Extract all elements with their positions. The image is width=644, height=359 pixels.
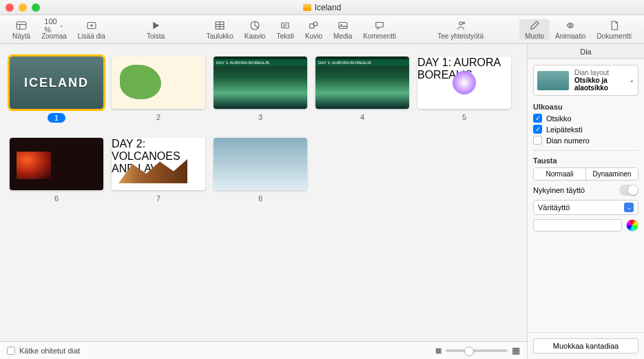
slide-cell[interactable]: DAY 1: AURORA BOREALIS3 [214, 57, 307, 123]
slide-thumbnail[interactable] [112, 57, 205, 109]
slide-cell[interactable]: 8 [214, 138, 307, 203]
color-wheel-icon[interactable] [626, 219, 638, 232]
background-heading: Tausta [533, 156, 638, 165]
body-checkbox-label: Leipäteksti [546, 125, 583, 134]
collaborate-button[interactable]: Tee yhteistyötä [432, 19, 489, 40]
grid-large-icon[interactable]: ▦ [512, 345, 520, 356]
seg-normal[interactable]: Normaali [534, 168, 585, 180]
document-icon [303, 4, 311, 11]
slide-cell[interactable]: 6 [10, 138, 103, 203]
window-title-text: Iceland [315, 3, 342, 12]
edit-master-button[interactable]: Muokkaa kantadiaa [533, 338, 638, 353]
slide-thumbnail[interactable]: DAY 1: AURORA BOREALIS [214, 57, 307, 109]
svg-rect-0 [17, 21, 26, 29]
traffic-lights [6, 3, 40, 12]
light-table[interactable]: ICELAND12DAY 1: AURORA BOREALIS3DAY 1: A… [0, 44, 527, 341]
bottom-bar: Kätke ohitetut diat ▦ ▦ [0, 341, 527, 359]
svg-rect-12 [282, 23, 289, 28]
slide-number: 4 [360, 113, 364, 121]
toolbar: Näytä 100 %⌄ Zoomaa Lisää dia Toista Tau… [0, 15, 644, 44]
add-slide-button[interactable]: Lisää dia [72, 19, 111, 40]
slide-thumbnail[interactable]: DAY 1: AURORA BOREALIS [315, 57, 409, 109]
slidenum-checkbox-label: Dian numero [546, 136, 590, 145]
slide-number: 7 [156, 194, 160, 203]
window-title: Iceland [303, 3, 342, 12]
slide-number: 5 [462, 113, 466, 121]
maximize-icon[interactable] [32, 3, 40, 12]
slide-title-text: ICELAND [24, 76, 89, 90]
thumbnail-zoom-slider[interactable] [446, 349, 508, 352]
window-titlebar: Iceland [0, 0, 644, 15]
view-button[interactable]: Näytä [7, 19, 36, 40]
slide-thumbnail[interactable] [214, 138, 307, 190]
slide-cell[interactable]: ICELAND1 [10, 57, 103, 123]
svg-point-20 [463, 22, 464, 23]
fill-type-select[interactable]: Väritäyttö ⌄ [533, 200, 638, 215]
background-mode-segment[interactable]: Normaali Dynaaminen [533, 167, 638, 181]
slide-number: 2 [156, 113, 160, 121]
chart-button[interactable]: Kaavio [239, 19, 271, 40]
slide-cell[interactable]: DAY 2: VOLCANOES AND LAVA7 [112, 138, 205, 203]
slidenum-checkbox[interactable] [533, 136, 542, 145]
slide-thumbnail[interactable]: DAY 1: AURORA BOREALIS [417, 57, 511, 109]
minimize-icon[interactable] [19, 3, 27, 12]
appearance-heading: Ulkoasu [533, 103, 638, 111]
main-area: ICELAND12DAY 1: AURORA BOREALIS3DAY 1: A… [0, 44, 644, 359]
play-button[interactable]: Toista [141, 19, 170, 40]
slide-header-text: DAY 1: AURORA BOREALIS [315, 59, 409, 66]
chevron-down-icon: ⌄ [630, 77, 634, 83]
svg-rect-17 [339, 22, 347, 28]
slide-layout-selector[interactable]: Dian layout Otsikko ja alaotsikko ⌄ [533, 65, 638, 96]
comment-button[interactable]: Kommentti [357, 19, 402, 40]
media-button[interactable]: Media [328, 19, 357, 40]
slide-header-text: DAY 1: AURORA BOREALIS [417, 57, 511, 81]
slide-cell[interactable]: DAY 1: AURORA BOREALIS5 [417, 57, 511, 123]
slide-number: 6 [54, 194, 59, 203]
layout-thumb-icon [537, 71, 569, 90]
text-button[interactable]: Teksti [271, 19, 300, 40]
slide-header-text: DAY 2: VOLCANOES AND LAVA [112, 138, 205, 175]
svg-marker-6 [153, 21, 159, 29]
slide-number: 3 [258, 113, 262, 121]
seg-dynamic[interactable]: Dynaaminen [585, 168, 638, 180]
layout-label: Dian layout [574, 69, 624, 76]
svg-point-21 [570, 24, 572, 26]
current-fill-label: Nykyinen täyttö [533, 186, 585, 194]
table-button[interactable]: Taulukko [200, 19, 238, 40]
slide-cell[interactable]: 2 [112, 57, 205, 123]
current-fill-toggle[interactable] [619, 185, 638, 196]
layout-value: Otsikko ja alaotsikko [574, 76, 624, 92]
shape-button[interactable]: Kuvio [300, 19, 328, 40]
grid-small-icon[interactable]: ▦ [435, 347, 442, 354]
slide-number: 1 [48, 113, 65, 123]
close-icon[interactable] [6, 3, 14, 12]
animate-button[interactable]: Animaatio [550, 19, 591, 40]
hide-skipped-checkbox[interactable] [7, 347, 15, 355]
slide-number: 8 [258, 194, 262, 203]
inspector-panel: Dia Dian layout Otsikko ja alaotsikko ⌄ … [527, 44, 644, 359]
slide-thumbnail[interactable]: DAY 2: VOLCANOES AND LAVA [112, 138, 205, 190]
dropdown-icon: ⌄ [624, 203, 634, 212]
format-button[interactable]: Muoto [519, 19, 550, 40]
hide-skipped-label: Kätke ohitetut diat [19, 347, 80, 355]
document-button[interactable]: Dokumentti [591, 19, 637, 40]
inspector-tab-dia[interactable]: Dia [528, 44, 644, 59]
title-checkbox-label: Otsikko [546, 114, 572, 123]
svg-point-19 [459, 21, 462, 25]
title-checkbox[interactable]: ✓ [533, 114, 542, 123]
slide-cell[interactable]: DAY 1: AURORA BOREALIS4 [315, 57, 409, 123]
slide-header-text: DAY 1: AURORA BOREALIS [214, 59, 307, 66]
slide-thumbnail[interactable] [10, 138, 103, 190]
fill-color-well[interactable] [533, 219, 622, 232]
body-checkbox[interactable]: ✓ [533, 125, 542, 134]
zoom-button[interactable]: 100 %⌄ Zoomaa [36, 19, 72, 40]
fill-type-value: Väritäyttö [538, 203, 570, 212]
slide-thumbnail[interactable]: ICELAND [10, 57, 103, 109]
